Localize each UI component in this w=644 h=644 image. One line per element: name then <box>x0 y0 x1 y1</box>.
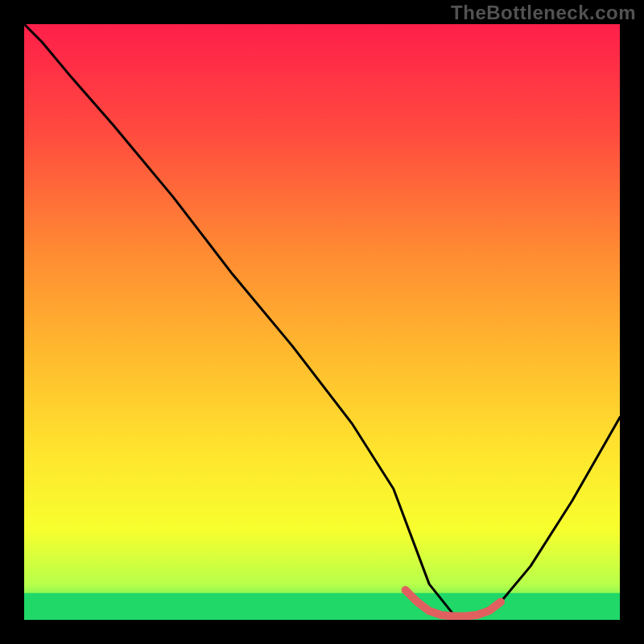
green-band <box>24 593 620 620</box>
watermark-text: TheBottleneck.com <box>451 2 636 24</box>
plot-area <box>24 24 620 620</box>
bottleneck-plot <box>24 24 620 620</box>
chart-frame: TheBottleneck.com <box>0 0 644 644</box>
gradient-background <box>24 24 620 620</box>
